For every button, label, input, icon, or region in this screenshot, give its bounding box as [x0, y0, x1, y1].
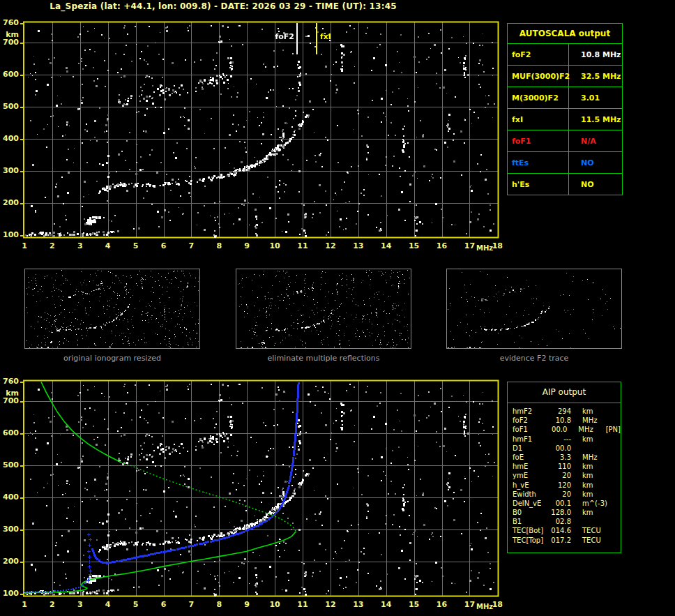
aip-table-row: Ewidth20km: [513, 490, 621, 499]
parameter-unit: MHz: [582, 453, 610, 462]
parameter-unit: TECU: [582, 526, 610, 535]
aip-table-row: B0128.0km: [513, 508, 621, 517]
y-tick-label: 300: [0, 525, 19, 534]
autoscala-window: La_Spezia (lat: +44.1, lon: 009.8) - DAT…: [0, 0, 675, 616]
autoscala-table-row: foF210.8 MHz: [508, 44, 622, 66]
parameter-label: foF2: [513, 416, 547, 425]
parameter-value: NO: [569, 174, 622, 195]
autoscala-table-row: ftEsNO: [508, 152, 622, 174]
aip-table-row: B102.8: [513, 517, 621, 526]
parameter-label: ymE: [513, 471, 547, 480]
x-tick-label: 10: [267, 600, 282, 609]
autoscala-output-table: AUTOSCALA output foF210.8 MHzMUF(3000)F2…: [507, 23, 623, 195]
parameter-label: MUF(3000)F2: [508, 66, 569, 87]
x-tick-label: 9: [239, 600, 255, 609]
x-tick-label: 2: [45, 600, 60, 609]
x-tick-label: 4: [100, 600, 116, 609]
x-tick-label: 13: [351, 241, 366, 250]
thumbnail-caption: original ionogram resized: [24, 354, 200, 363]
fxi-marker-label: fxI: [320, 33, 331, 41]
parameter-value: 10.8 MHz: [569, 44, 622, 65]
y-tick-label: 300: [0, 166, 19, 175]
parameter-unit: km: [582, 471, 610, 480]
autoscala-table-row: MUF(3000)F232.5 MHz: [508, 66, 622, 87]
autoscala-table-row: M(3000)F23.01: [508, 87, 622, 109]
x-tick-label: 1: [17, 241, 32, 250]
parameter-value: 02.8: [547, 517, 571, 526]
y-tick-label: 400: [0, 493, 19, 502]
aip-table-header: AIP output: [508, 382, 621, 403]
y-tick-label: 200: [0, 198, 19, 207]
parameter-label: foF2: [508, 44, 569, 65]
y-tick-label: 600: [0, 428, 19, 437]
station-title: La_Spezia (lat: +44.1, lon: 009.8) - DAT…: [21, 1, 425, 11]
x-tick-label: 17: [462, 241, 477, 250]
x-tick-label: 6: [156, 600, 172, 609]
y-axis-unit-label: km: [0, 30, 19, 39]
parameter-unit: [582, 444, 610, 453]
x-tick-label: 7: [183, 600, 199, 609]
thumbnail-caption: evidence F2 trace: [446, 354, 622, 363]
x-tick-label: 14: [379, 600, 394, 609]
parameter-value: 11.5 MHz: [569, 109, 622, 130]
parameter-label: B0: [513, 508, 547, 517]
y-tick-label: 760: [0, 377, 19, 386]
parameter-label: ftEs: [508, 152, 569, 173]
parameter-unit: km: [582, 490, 610, 499]
parameter-label: foF1: [508, 130, 569, 151]
thumbnail-original-canvas: [24, 269, 200, 349]
parameter-value: 294: [547, 407, 571, 416]
parameter-unit: [582, 517, 610, 526]
parameter-value: 00.0: [545, 425, 568, 434]
aip-table-row: hmF2294km: [513, 407, 621, 416]
parameter-value: N/A: [569, 130, 622, 151]
y-tick-label: 500: [0, 460, 19, 469]
parameter-value: 10.8: [547, 416, 571, 425]
parameter-unit: km: [582, 462, 610, 471]
aip-table-row: TEC[Top]017.2TECU: [513, 536, 621, 545]
parameter-label: TEC[Bot]: [513, 526, 547, 535]
y-tick-label: 200: [0, 557, 19, 566]
x-axis-unit-label: MHz: [476, 244, 493, 252]
autoscala-table-header: AUTOSCALA output: [508, 24, 622, 44]
parameter-label: h'Es: [508, 174, 569, 195]
x-tick-label: 12: [323, 241, 338, 250]
x-tick-label: 5: [128, 241, 144, 250]
thumbnail-f2-canvas: [446, 269, 622, 349]
x-tick-label: 16: [434, 241, 450, 250]
thumbnail-caption: eliminate multiple reflections: [236, 354, 411, 363]
x-tick-label: 5: [128, 600, 144, 609]
x-tick-label: 15: [407, 241, 422, 250]
x-tick-label: 17: [462, 600, 477, 609]
parameter-value: 20: [547, 471, 571, 480]
thumbnail-original-ionogram: original ionogram resized: [24, 269, 200, 363]
parameter-label: fxI: [508, 109, 569, 130]
parameter-label: B1: [513, 517, 547, 526]
parameter-unit: MHz: [578, 425, 604, 434]
x-tick-label: 13: [351, 600, 366, 609]
y-tick-label: 600: [0, 70, 19, 79]
parameter-value: 00.0: [547, 444, 571, 453]
aip-table-row: hmE110km: [513, 462, 621, 471]
aip-table-row: h_vE120km: [513, 481, 621, 490]
aip-profile-canvas: [20, 379, 500, 598]
x-tick-label: 8: [211, 241, 227, 250]
parameter-value: 120: [547, 481, 571, 490]
parameter-value: 014.6: [547, 526, 571, 535]
x-tick-label: 11: [295, 600, 310, 609]
parameter-value: 017.2: [547, 536, 571, 545]
parameter-value: 00.1: [547, 499, 571, 508]
x-tick-label: 4: [100, 241, 116, 250]
parameter-value: 32.5 MHz: [569, 66, 622, 87]
thumbnail-f2-trace: evidence F2 trace: [446, 269, 622, 363]
thumbnail-eliminate-reflections: eliminate multiple reflections: [236, 269, 411, 363]
parameter-label: hmF1: [513, 435, 547, 444]
aip-table-row: hmF1---km: [513, 435, 621, 444]
parameter-value: 3.01: [569, 87, 622, 108]
x-tick-label: 7: [183, 241, 199, 250]
aip-table-row: DelN_vE00.1m^(-3): [513, 499, 621, 508]
aip-table-row: foF210.8MHz: [513, 416, 621, 425]
aip-table-row: foF100.0MHz[PN]: [513, 425, 621, 434]
parameter-label: DelN_vE: [513, 499, 547, 508]
parameter-label: TEC[Top]: [513, 536, 547, 545]
